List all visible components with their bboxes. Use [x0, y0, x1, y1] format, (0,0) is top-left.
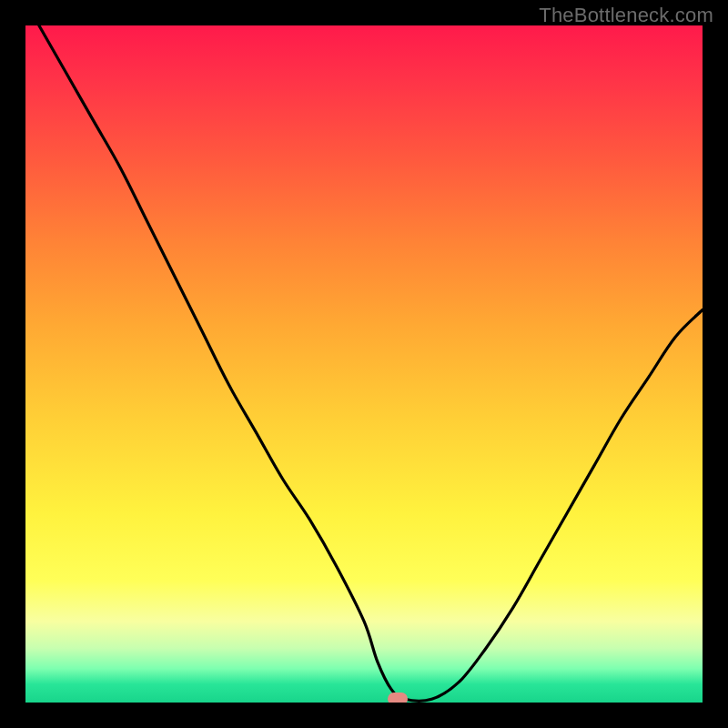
bottleneck-curve	[25, 25, 703, 703]
attribution-label: TheBottleneck.com	[539, 4, 713, 27]
plot-area	[25, 25, 703, 703]
chart-frame: TheBottleneck.com	[0, 0, 728, 728]
optimal-point-marker	[388, 693, 408, 703]
